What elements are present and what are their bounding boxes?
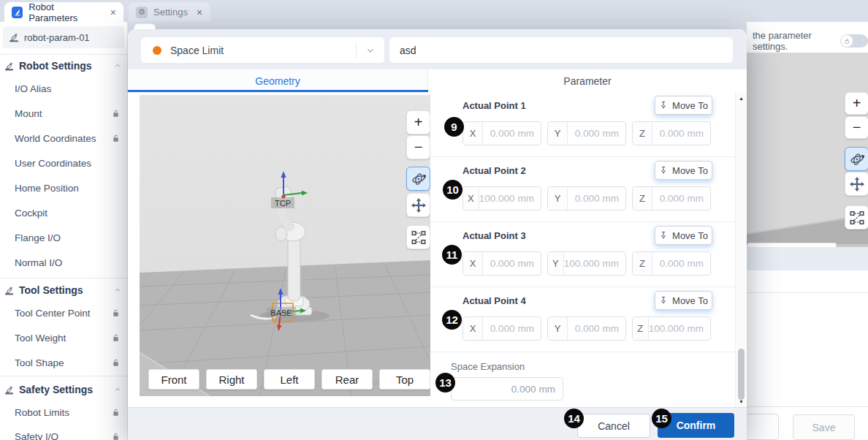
3d-viewport[interactable]: TCP BASE + − [140, 95, 430, 396]
view-right-button[interactable]: Right [206, 369, 257, 390]
z-value: 0.000 [660, 128, 685, 139]
plus-icon: + [414, 114, 423, 131]
zoom-out-button[interactable]: − [406, 135, 430, 159]
sidebar-item-safety-io[interactable]: Safety I/O [15, 428, 120, 440]
item-label: World Coordinates [15, 133, 96, 144]
pan-tool-button[interactable] [406, 193, 430, 217]
sidebar-item-tool-weight[interactable]: Tool Weight [15, 330, 120, 346]
z-coordinate-field[interactable]: Z0.000mm [632, 121, 711, 145]
sidebar-item-tool-shape[interactable]: Tool Shape [15, 354, 120, 371]
sidebar-item-flange-io[interactable]: Flange I/O [15, 230, 120, 246]
view-front-button[interactable]: Front [148, 369, 199, 390]
save-button[interactable]: Save [793, 414, 855, 440]
sidebar-item-world-coordinates[interactable]: World Coordinates [15, 130, 120, 146]
tab-settings[interactable]: ⚙ Settings × [129, 2, 210, 22]
close-icon[interactable]: × [197, 7, 202, 18]
axis-z-label: Z [633, 187, 652, 210]
sidebar-device-row[interactable]: robot-param-01 [3, 26, 124, 48]
axis-x-label: X [463, 252, 483, 275]
tab-robot-parameters[interactable]: Robot Parameters × [4, 2, 123, 22]
y-coordinate-field[interactable]: Y0.000mm [547, 316, 626, 341]
divider [0, 376, 128, 376]
point-link-tool-button[interactable] [406, 225, 430, 249]
lock-toggle[interactable] [840, 34, 868, 48]
tab-label: Parameter [563, 75, 611, 87]
sidebar-item-robot-limits[interactable]: Robot Limits [15, 404, 120, 420]
unit-label: mm [518, 128, 535, 139]
section-label: Tool Settings [19, 284, 83, 296]
axis-z-label: Z [633, 252, 652, 275]
limit-name-input[interactable] [389, 37, 733, 63]
zoom-in-button[interactable]: + [845, 92, 868, 115]
view-left-button[interactable]: Left [264, 369, 315, 390]
space-expansion-field[interactable]: 0.000 mm [451, 377, 563, 401]
sidebar-item-user-coordinates[interactable]: User Coordinates [15, 155, 120, 171]
sidebar-section-safety-settings[interactable]: Safety Settings [4, 382, 121, 398]
background-3d-viewport[interactable]: + − Top [747, 53, 868, 268]
sidebar-section-robot-settings[interactable]: Robot Settings [4, 58, 121, 74]
sidebar-section-tool-settings[interactable]: Tool Settings [4, 282, 121, 298]
unit-label: mm [518, 323, 535, 334]
zoom-in-button[interactable]: + [406, 110, 430, 134]
move-to-button[interactable]: Move To [655, 161, 712, 180]
point-label: Actual Point 3 [462, 230, 526, 241]
pan-icon [849, 176, 865, 192]
view-top-button[interactable]: Top [379, 369, 430, 390]
y-coordinate-field[interactable]: Y0.000mm [547, 186, 626, 210]
x-value: 100.000 [479, 193, 515, 204]
sidebar-item-mount[interactable]: Mount [15, 105, 120, 121]
point-label: Actual Point 2 [462, 165, 526, 176]
x-coordinate-field[interactable]: X100.000mm [462, 186, 541, 210]
move-to-button[interactable]: Move To [655, 291, 712, 310]
sidebar-item-tool-center-point[interactable]: Tool Center Point [15, 305, 120, 321]
item-label: Tool Shape [15, 357, 64, 368]
zoom-out-button[interactable]: − [845, 116, 868, 139]
minus-icon: − [853, 119, 861, 136]
orbit-tool-button[interactable] [406, 167, 430, 191]
move-to-button[interactable]: Move To [655, 226, 712, 245]
points-panel: Actual Point 1 Move To X0.000mm Y0.000mm… [430, 92, 735, 407]
sidebar-item-home-position[interactable]: Home Position [15, 180, 120, 196]
robot-section-icon [4, 61, 14, 71]
unit-label: mm [539, 384, 556, 395]
orbit-tool-button[interactable] [845, 147, 868, 171]
y-value: 0.000 [575, 128, 600, 139]
move-down-icon [659, 166, 668, 175]
sidebar-item-io-alias[interactable]: I/O Alias [15, 80, 120, 96]
scrollbar-thumb[interactable] [738, 349, 745, 400]
z-coordinate-field[interactable]: Z0.000mm [632, 186, 711, 210]
3d-viewport-canvas[interactable]: TCP BASE [140, 95, 430, 396]
robot-device-icon [9, 32, 19, 42]
x-coordinate-field[interactable]: X0.000mm [462, 121, 541, 145]
limit-type-select[interactable]: Space Limit [141, 37, 384, 63]
app-screen: Robot Parameters × ⚙ Settings × robot-pa… [0, 0, 868, 440]
cancel-label: Cancel [598, 420, 630, 432]
sidebar-item-cockpit[interactable]: Cockpit [15, 205, 120, 221]
sidebar-item-normal-io[interactable]: Normal I/O [15, 254, 120, 270]
point-link-tool-button[interactable] [845, 205, 868, 230]
annotation-badge-15: 15 [652, 409, 671, 428]
lock-icon [112, 433, 120, 440]
y-coordinate-field[interactable]: Y0.000mm [547, 121, 626, 145]
view-label: Top [396, 373, 414, 386]
unit-label: mm [518, 193, 535, 204]
cancel-button[interactable]: Cancel [577, 414, 650, 438]
move-to-button[interactable]: Move To [655, 96, 712, 115]
z-coordinate-field[interactable]: Z0.000mm [632, 251, 711, 276]
y-coordinate-field[interactable]: Y100.000mm [547, 251, 626, 276]
points-scrollbar[interactable]: ▲ ▼ [735, 92, 746, 407]
x-coordinate-field[interactable]: X0.000mm [462, 316, 541, 341]
scroll-down-icon[interactable]: ▼ [736, 397, 747, 406]
tab-geometry[interactable]: Geometry [128, 69, 428, 92]
close-icon[interactable]: × [110, 7, 116, 18]
x-coordinate-field[interactable]: X0.000mm [462, 251, 541, 276]
actual-point-group-2: Actual Point 2 Move To X100.000mm Y0.000… [430, 157, 735, 222]
background-partial-button[interactable] [744, 414, 779, 440]
unit-label: mm [688, 193, 704, 204]
scroll-up-icon[interactable]: ▲ [736, 94, 747, 102]
tab-parameter[interactable]: Parameter [428, 69, 747, 92]
pan-tool-button[interactable] [845, 172, 868, 196]
view-rear-button[interactable]: Rear [321, 369, 373, 390]
z-coordinate-field[interactable]: Z100.000mm [632, 316, 711, 341]
dialog-header: Space Limit [128, 29, 747, 69]
